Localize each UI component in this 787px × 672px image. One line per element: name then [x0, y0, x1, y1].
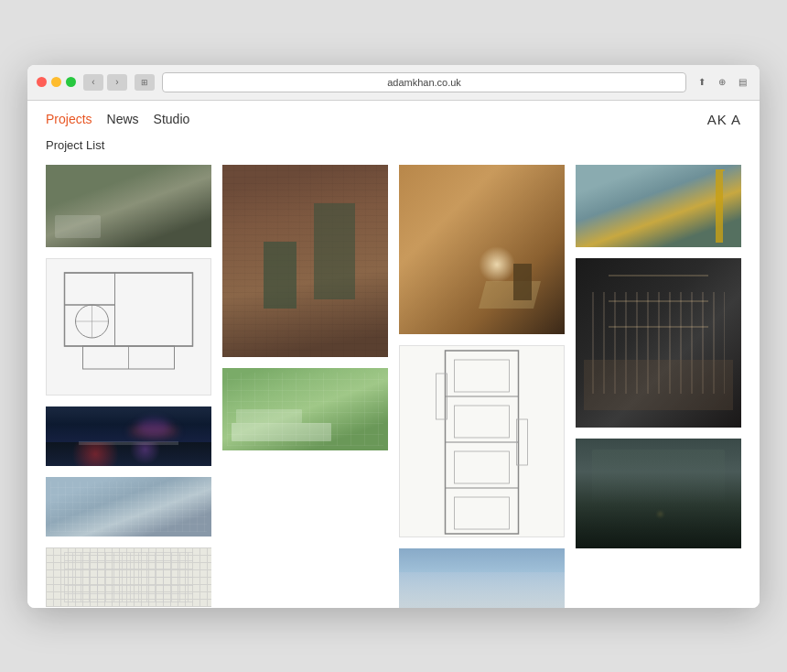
page-subtitle: Project List [27, 135, 760, 161]
page-content: Projects News Studio AK A Project List [27, 101, 760, 608]
project-item-5[interactable] [46, 258, 211, 396]
svg-rect-14 [455, 406, 510, 438]
project-item-6[interactable] [222, 165, 388, 357]
maximize-button[interactable] [66, 77, 76, 87]
browser-chrome: ‹ › ⊞ adamkhan.co.uk ⬆ ⊕ ▤ [27, 65, 760, 101]
share-button[interactable]: ⬆ [694, 74, 710, 91]
browser-actions: ⬆ ⊕ ▤ [694, 74, 750, 91]
project-item-10[interactable] [399, 345, 565, 537]
nav-news[interactable]: News [107, 112, 139, 126]
site-nav: Projects News Studio [46, 112, 189, 126]
new-tab-button[interactable]: ⊕ [714, 74, 730, 91]
site-logo: AK A [707, 112, 741, 127]
project-gallery [27, 161, 760, 608]
project-item-7[interactable] [576, 258, 741, 428]
project-item-11[interactable] [576, 439, 741, 548]
navigation-buttons: ‹ › [83, 74, 127, 91]
minimize-button[interactable] [51, 77, 61, 87]
back-button[interactable]: ‹ [83, 74, 103, 91]
svg-rect-15 [455, 451, 510, 483]
svg-rect-0 [65, 273, 193, 346]
floor-plan-svg-2 [400, 346, 564, 537]
svg-rect-1 [65, 273, 115, 305]
svg-rect-3 [115, 273, 193, 346]
project-item-1[interactable] [46, 165, 211, 247]
project-item-8[interactable] [46, 406, 211, 466]
close-button[interactable] [37, 77, 47, 87]
floor-plan-svg-1 [47, 259, 210, 396]
project-item-3[interactable] [399, 165, 565, 334]
traffic-lights [37, 77, 76, 87]
sidebar-button[interactable]: ▤ [734, 74, 750, 91]
svg-rect-16 [455, 497, 510, 529]
project-item-9[interactable] [222, 368, 388, 450]
svg-rect-2 [65, 305, 115, 346]
project-item-2[interactable] [46, 547, 211, 607]
project-item-13[interactable] [399, 548, 565, 608]
project-item-12[interactable] [46, 477, 211, 537]
address-bar[interactable]: adamkhan.co.uk [162, 72, 686, 92]
svg-rect-13 [455, 360, 510, 392]
forward-button[interactable]: › [107, 74, 127, 91]
browser-window: ‹ › ⊞ adamkhan.co.uk ⬆ ⊕ ▤ Projects News… [27, 65, 760, 608]
tab-view-button[interactable]: ⊞ [135, 74, 155, 91]
project-item-4[interactable] [576, 165, 741, 247]
site-header: Projects News Studio AK A [27, 101, 760, 135]
nav-studio[interactable]: Studio [154, 112, 190, 126]
address-text: adamkhan.co.uk [387, 77, 461, 88]
nav-projects[interactable]: Projects [46, 112, 92, 126]
